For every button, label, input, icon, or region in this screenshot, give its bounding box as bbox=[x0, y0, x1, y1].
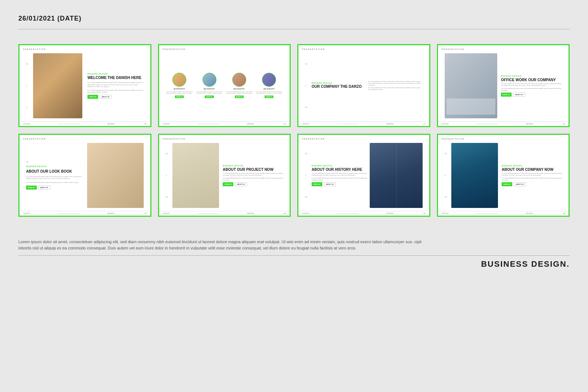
slide-5-footer-right: DESIGN bbox=[107, 212, 114, 215]
slide-8-numbers: 02 1 05 bbox=[445, 143, 449, 208]
header: 26/01/2021 (DATE) bbox=[0, 0, 588, 26]
slide-1-footer: LAYOUT ———————————— DESIGN → 02 bbox=[19, 121, 150, 126]
footer-brand: BUSINESS DESIGN. bbox=[481, 259, 570, 269]
slide-8-footer: LAYOUT ———————————— DESIGN → 03 bbox=[438, 211, 569, 216]
slide-8-content: 02 1 05 MODERN DESIGN ABOUT OUR COMPANY … bbox=[442, 141, 565, 209]
slide-5: PRESENTATION 02 MODERN DESIGN ABOUT OUR … bbox=[18, 134, 151, 217]
slide-1-body2: It is a long established fact that a rea… bbox=[87, 89, 144, 93]
slide-8-title: ABOUT OUR COMPANY NOW bbox=[502, 168, 562, 172]
activity-btn-2[interactable]: MORE US bbox=[205, 96, 214, 98]
slide-6-body1: It is a long established fact that a rea… bbox=[223, 173, 283, 176]
slide-8-label: PRESENTATION bbox=[442, 138, 565, 140]
slide-1-page-num: → 02 bbox=[142, 123, 147, 125]
slide-8-footer-left: LAYOUT bbox=[442, 212, 449, 215]
slide-1-footer-center: ———————————— bbox=[58, 123, 80, 125]
slide-3-subheader: MODERN DESIGN bbox=[312, 82, 366, 84]
slide-5-image bbox=[87, 143, 144, 208]
slide-8-buttons: MORE US ABOUT US bbox=[502, 182, 562, 186]
activity-btn-1[interactable]: MORE US bbox=[175, 96, 184, 98]
slide-5-footer-center: ———————————— bbox=[58, 212, 80, 215]
activity-btn-4[interactable]: MORE US bbox=[265, 96, 273, 98]
slide-3-footer: LAYOUT ———————————— DESIGN → 17 bbox=[298, 121, 429, 126]
slide-6-page-num: → 06 bbox=[282, 212, 286, 215]
slide-2-inner: PRESENTATION ACTIVITY It is a long estab… bbox=[159, 45, 290, 121]
slide-7-footer-left: LAYOUT bbox=[302, 212, 309, 215]
activity-label-3: ACTIVITY bbox=[234, 88, 245, 90]
slide-4-buttons: MORE US ABOUT US bbox=[501, 93, 562, 97]
activity-body-1: It is a long established fact that a rea… bbox=[166, 91, 193, 94]
slide-1-photo bbox=[33, 53, 82, 118]
slide-8-footer-center: ———————————— bbox=[476, 212, 498, 215]
slide-4-label: PRESENTATION bbox=[442, 48, 565, 50]
slide-6-footer-left: LAYOUT bbox=[163, 212, 170, 215]
slide-7-btn1[interactable]: MORE US bbox=[312, 182, 322, 186]
slide-1-content: 02 1 4 MODERN DESIGN WELCOME THE DANISH … bbox=[23, 51, 147, 120]
slide-4-page-num: → 16 bbox=[560, 123, 565, 125]
slide-5-btn1[interactable]: MORE US bbox=[26, 186, 37, 190]
slide-3-text: MODERN DESIGN OUR COMPANY THE DARZO bbox=[312, 53, 366, 118]
slide-6-image bbox=[172, 143, 219, 208]
slide-8-body2: It is a long established fact that a rea… bbox=[502, 177, 562, 181]
slide-7-footer-right: DESIGN bbox=[386, 212, 393, 215]
header-date: 26/01/2021 (DATE) bbox=[18, 15, 570, 22]
slide-7-btn2[interactable]: ABOUT US bbox=[324, 182, 336, 186]
slide-3-num-1: 02 bbox=[305, 63, 308, 65]
slide-8-btn1[interactable]: MORE US bbox=[502, 182, 512, 186]
slide-6-body2: It is a long established fact that a rea… bbox=[223, 177, 283, 181]
slide-1-num-1: 02 bbox=[26, 63, 29, 65]
slide-3-footer-center: ———————————— bbox=[337, 123, 359, 125]
slide-5-page-num: → 15 bbox=[142, 212, 147, 215]
footer-bottom: BUSINESS DESIGN. bbox=[18, 255, 570, 269]
slide-6-btn2[interactable]: ABOUT US bbox=[235, 182, 247, 186]
slide-1-image bbox=[33, 53, 82, 118]
slide-7-body1: It is a long established fact that a rea… bbox=[312, 173, 368, 176]
slide-7-page-num: → 04 bbox=[421, 212, 426, 215]
slide-4-btn1[interactable]: MORE US bbox=[501, 93, 512, 97]
slide-1: PRESENTATION 02 1 4 MODERN DESIGN WELCOM… bbox=[18, 44, 151, 127]
slide-1-btn2[interactable]: ABOUT US bbox=[100, 95, 112, 99]
slide-1-btn1[interactable]: MORE US bbox=[87, 95, 98, 99]
slide-5-numbers: 02 bbox=[26, 161, 85, 163]
slide-8-inner: PRESENTATION 02 1 05 MODERN DESIGN ABOUT… bbox=[438, 135, 569, 211]
slide-6-footer: LAYOUT ———————————— DESIGN → 06 bbox=[159, 211, 290, 216]
slide-4-footer: LAYOUT ———————————— DESIGN → 16 bbox=[438, 121, 569, 126]
activity-body-3: It is a long established fact that a rea… bbox=[225, 91, 253, 94]
slide-5-label: PRESENTATION bbox=[23, 138, 147, 140]
slide-4-body1: It is a long established fact that a rea… bbox=[501, 83, 562, 87]
slide-3-num-2: 1 bbox=[305, 84, 308, 87]
slide-5-footer: LAYOUT ———————————— DESIGN → 15 bbox=[19, 211, 150, 216]
activity-item-1: ACTIVITY It is a long established fact t… bbox=[166, 73, 193, 98]
slide-1-numbers: 02 1 4 bbox=[26, 53, 30, 118]
slide-6-numbers: 02 1 03 bbox=[166, 143, 170, 208]
slide-7-label: PRESENTATION bbox=[302, 138, 426, 140]
slide-7-footer-center: ———————————— bbox=[337, 212, 359, 215]
footer-brand-text: BUSINESS DESIGN bbox=[481, 259, 567, 269]
activity-btn-3[interactable]: MORE US bbox=[235, 96, 244, 98]
slide-2: PRESENTATION ACTIVITY It is a long estab… bbox=[158, 44, 291, 127]
slide-5-subheader: MODERN DESIGN bbox=[26, 165, 85, 168]
slide-7-title: ABOUT OUR HISTORY HERE bbox=[312, 168, 368, 172]
slide-3-footer-right: DESIGN bbox=[386, 123, 393, 125]
slide-6-inner: PRESENTATION 02 1 03 MODERN DESIGN ABOUT… bbox=[159, 135, 290, 211]
slide-2-footer: LAYOUT ———————————— DESIGN → 18 bbox=[159, 121, 290, 126]
slide-3-footer-left: LAYOUT bbox=[302, 123, 309, 125]
slide-8-btn2[interactable]: ABOUT US bbox=[514, 182, 526, 186]
slide-5-buttons: MORE US ABOUT US bbox=[26, 186, 85, 190]
slide-2-page-num: → 18 bbox=[282, 123, 286, 125]
slide-4-btn2[interactable]: ABOUT US bbox=[513, 93, 525, 97]
slide-6-btn1[interactable]: MORE US bbox=[223, 182, 233, 186]
activity-item-3: ACTIVITY It is a long established fact t… bbox=[225, 73, 253, 98]
slide-1-footer-right: DESIGN bbox=[107, 123, 114, 125]
slide-7-left: MODERN DESIGN ABOUT OUR HISTORY HERE It … bbox=[312, 143, 368, 208]
slides-grid: PRESENTATION 02 1 4 MODERN DESIGN WELCOM… bbox=[0, 29, 588, 231]
slide-7-footer: LAYOUT ———————————— DESIGN → 04 bbox=[298, 211, 429, 216]
slide-5-left: 02 MODERN DESIGN ABOUT OUR LOOK BOOK It … bbox=[26, 143, 85, 208]
slide-8-image bbox=[451, 143, 498, 208]
activity-label-2: ACTIVITY bbox=[204, 88, 215, 90]
slide-7-subheader: MODERN DESIGN bbox=[312, 165, 368, 167]
slide-5-inner: PRESENTATION 02 MODERN DESIGN ABOUT OUR … bbox=[19, 135, 150, 211]
slide-5-btn2[interactable]: ABOUT US bbox=[38, 186, 50, 190]
slide-1-num-3: 4 bbox=[26, 106, 29, 108]
slide-4-title: OFFICE WORK OUR COMPANY bbox=[501, 78, 562, 82]
slide-6-label: PRESENTATION bbox=[163, 138, 286, 140]
